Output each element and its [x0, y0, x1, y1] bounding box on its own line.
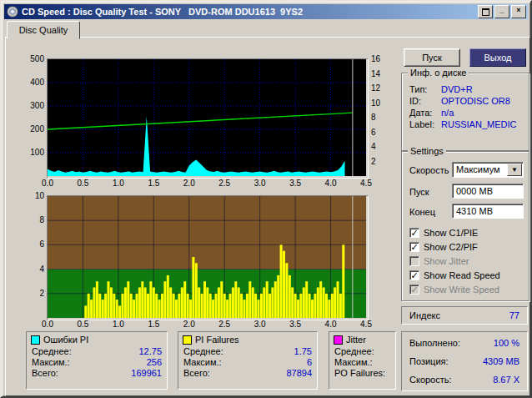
disc-info-value: RUSSIAN_MEDIC: [441, 119, 516, 129]
pif-chart-canvas: [48, 196, 366, 318]
stats-box-pi-failures: PI Failures Среднее:1.75 Максим.:6 Всего…: [178, 331, 318, 390]
stat-row: Максим.:256: [27, 356, 167, 367]
status-panel: Выполнено:100 % Позиция:4309 MB Скорость…: [401, 331, 528, 391]
stat-row: Среднее:1.75: [178, 345, 317, 356]
stat-label: Среднее:: [183, 346, 223, 356]
jitter-color-swatch: [334, 335, 343, 345]
disc-info-title: Инф. о диске: [408, 68, 469, 78]
disc-info-row: Тип:DVD+R: [409, 83, 525, 95]
tick-label: 0.0: [36, 179, 59, 188]
end-pos-field[interactable]: 4310 MB: [452, 204, 524, 219]
stat-label: Максим.:: [32, 357, 70, 367]
pie-color-swatch: [31, 335, 40, 345]
status-value: 100 %: [494, 338, 519, 348]
settings-group: Settings Скорость Максимум ▼ Пуск 0000 M…: [401, 151, 529, 301]
checkbox-show-c2-pif[interactable]: ✓Show C2/PIF: [409, 239, 525, 254]
stat-label: Максим.:: [334, 357, 373, 367]
app-window: CD Speed : Disc Quality Test - SONY DVD-…: [0, 0, 532, 398]
start-pos-field[interactable]: 0000 MB: [452, 184, 524, 199]
status-value: 4309 MB: [483, 356, 519, 366]
tick-label: 2.5: [213, 320, 236, 329]
tick-label: 2.0: [178, 320, 201, 329]
stat-row: Среднее:: [329, 345, 395, 356]
speed-select[interactable]: Максимум ▼: [452, 162, 524, 178]
app-disc-icon: [7, 6, 18, 18]
tick-label: 2: [371, 157, 388, 166]
checkbox-show-jitter: Show Jitter: [409, 254, 525, 268]
tick-label: 4.5: [354, 179, 378, 188]
status-label: Позиция:: [409, 356, 449, 366]
start-button[interactable]: Пуск: [404, 48, 460, 67]
checkbox-label: Show C1/PIE: [424, 228, 478, 238]
stat-value: 12.75: [138, 346, 162, 356]
titlebar[interactable]: CD Speed : Disc Quality Test - SONY DVD-…: [4, 4, 528, 19]
stats-box-title: Jitter: [346, 335, 366, 345]
content-panel: Ошибки PI Среднее:12.75 Максим.:256 Всег…: [5, 37, 530, 396]
checkbox-label: Show Jitter: [424, 256, 469, 266]
tick-label: 3.5: [284, 179, 307, 188]
stat-value: 1.75: [294, 346, 312, 356]
disc-info-label: Тип:: [409, 84, 441, 94]
stat-row: Максим.:: [329, 356, 395, 367]
index-panel: Индекс 77: [401, 306, 528, 325]
disc-info-label: Дата:: [409, 108, 441, 118]
status-value: 8.67 X: [493, 375, 519, 385]
window-icon-button[interactable]: [478, 5, 493, 18]
disc-info-row: ID:OPTODISC OR8: [409, 95, 525, 107]
tick-label: 4.5: [354, 320, 378, 329]
tick-label: 3.0: [248, 179, 272, 188]
checkbox-box: [409, 256, 419, 266]
chevron-down-icon[interactable]: ▼: [507, 164, 522, 176]
tick-label: 0.5: [71, 320, 94, 329]
tick-label: 14: [371, 69, 388, 78]
stat-label: Максим.:: [183, 357, 222, 367]
checkbox-box[interactable]: ✓: [409, 242, 419, 252]
stat-row: Всего:87894: [178, 367, 317, 378]
tick-label: 1.5: [142, 320, 165, 329]
window-buttons: _ ×: [478, 5, 528, 18]
tick-label: 0.5: [71, 179, 94, 188]
stat-label: Среднее:: [334, 346, 374, 356]
minimize-button[interactable]: _: [494, 5, 509, 18]
tick-label: 10: [371, 98, 388, 108]
stats-box-title-row: PI Failures: [178, 332, 317, 345]
stats-box-jitter: Jitter Среднее: Максим.: PO Failures:: [329, 331, 396, 390]
checkbox-box[interactable]: ✓: [409, 270, 419, 280]
tick-label: 4.0: [319, 320, 343, 329]
checkbox-show-read-speed[interactable]: ✓Show Read Speed: [409, 268, 525, 282]
tick-label: 6: [371, 128, 388, 137]
window-title: CD Speed : Disc Quality Test - SONY DVD-…: [22, 7, 303, 17]
stat-row: Среднее:12.75: [27, 345, 167, 356]
close-button[interactable]: ×: [511, 5, 526, 18]
tick-label: 2: [16, 289, 44, 298]
tick-label: 16: [371, 54, 388, 63]
exit-button[interactable]: Выход: [469, 48, 526, 67]
disc-info-label: Label:: [409, 119, 441, 129]
disc-info-value: n/a: [441, 108, 454, 118]
tick-label: 8: [16, 215, 44, 224]
tab-disc-quality[interactable]: Disc Quality: [7, 21, 80, 39]
stats-box-pi-errors: Ошибки PI Среднее:12.75 Максим.:256 Всег…: [26, 331, 168, 390]
chart-pi-failures: [47, 195, 369, 320]
stats-box-title: Ошибки PI: [43, 335, 88, 345]
tick-label: 3.0: [248, 320, 272, 329]
tick-label: 8: [371, 113, 388, 122]
checkbox-box: ✓: [409, 285, 419, 295]
stat-value: 6: [307, 357, 312, 367]
settings-title: Settings: [408, 146, 446, 156]
tick-label: 500: [16, 54, 44, 63]
tick-label: 200: [16, 124, 44, 134]
tick-label: 1.0: [107, 179, 130, 188]
stats-box-title-row: Ошибки PI: [27, 332, 167, 345]
checkbox-show-c1-pie[interactable]: ✓Show C1/PIE: [409, 225, 525, 239]
disc-info-row: Дата:n/a: [409, 107, 525, 118]
checkbox-label: Show C2/PIF: [424, 242, 478, 252]
checkbox-list: ✓Show C1/PIE✓Show C2/PIFShow Jitter✓Show…: [409, 225, 525, 296]
checkbox-box[interactable]: ✓: [409, 228, 419, 238]
stat-row: PO Failures:: [329, 367, 395, 378]
index-value: 77: [509, 310, 519, 320]
stat-label: PO Failures:: [334, 368, 385, 378]
checkbox-label: Show Write Speed: [424, 285, 499, 295]
tick-label: 4.0: [319, 179, 343, 188]
tick-label: 12: [371, 83, 388, 93]
